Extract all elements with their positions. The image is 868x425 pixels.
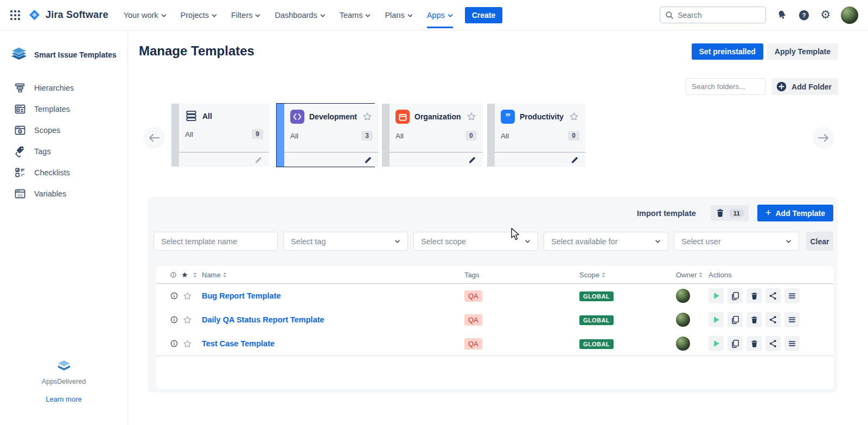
sidebar-item-scopes[interactable]: Scopes	[0, 119, 127, 141]
folder-count-badge: 9	[252, 129, 263, 139]
search-input[interactable]	[678, 11, 754, 20]
chevron-down-icon	[655, 239, 661, 244]
owner-avatar[interactable]	[676, 289, 690, 303]
app-switcher-icon[interactable]	[10, 10, 21, 21]
folder-card-productivity[interactable]: ” Productivity All 0	[487, 103, 585, 167]
nav-item-dashboards[interactable]: Dashboards	[275, 11, 325, 20]
template-name-link[interactable]: Bug Report Template	[202, 291, 464, 300]
bulk-trash-button[interactable]: 11	[711, 205, 749, 221]
sidebar-item-checklists[interactable]: Checklists	[0, 162, 127, 183]
jira-logo-icon[interactable]: Jira Software	[28, 9, 108, 21]
folder-card-organization[interactable]: Organization All 0	[381, 103, 480, 167]
info-icon[interactable]	[170, 339, 178, 348]
edit-pencil-icon[interactable]	[468, 155, 477, 164]
owner-avatar[interactable]	[676, 337, 690, 351]
share-template-button[interactable]	[765, 336, 781, 351]
template-name-filter-input[interactable]	[154, 232, 278, 251]
favorite-star-icon[interactable]	[466, 111, 477, 122]
nav-item-your-work[interactable]: Your work	[124, 11, 167, 20]
carousel-left-button[interactable]	[143, 127, 165, 149]
chevron-down-icon	[525, 239, 531, 244]
learn-more-link[interactable]: Learn more	[46, 395, 81, 403]
sidebar-item-variables[interactable]: (x) Variables	[0, 183, 127, 204]
nav-item-filters[interactable]: Filters	[231, 11, 260, 20]
column-header-name[interactable]: Name	[202, 271, 464, 279]
smart-issue-templates-logo-icon	[10, 47, 28, 63]
nav-item-apps[interactable]: Apps	[427, 11, 453, 20]
info-icon	[170, 271, 177, 278]
more-menu-button[interactable]	[784, 288, 800, 303]
import-template-link[interactable]: Import template	[637, 209, 696, 218]
sort-icon[interactable]	[193, 272, 197, 278]
delete-template-button[interactable]	[746, 336, 762, 351]
add-template-button[interactable]: + Add Template	[757, 205, 833, 221]
add-folder-button[interactable]: Add Folder	[771, 78, 838, 95]
info-icon[interactable]	[170, 315, 178, 324]
notifications-bell-icon[interactable]	[776, 9, 788, 21]
share-template-button[interactable]	[765, 288, 781, 303]
star-sort-icon[interactable]	[181, 271, 189, 279]
trash-icon	[750, 315, 759, 325]
favorite-star-icon[interactable]	[362, 111, 373, 122]
share-template-button[interactable]	[765, 312, 781, 327]
delete-template-button[interactable]	[746, 312, 762, 327]
scope-filter-select[interactable]: Select scope	[413, 232, 538, 251]
sidebar-item-hierarchies[interactable]: Hierarchies	[0, 77, 127, 98]
settings-gear-icon[interactable]: ⚙	[820, 9, 831, 21]
copy-template-button[interactable]	[727, 312, 743, 327]
table-row: Bug Report Template QA GLOBAL	[156, 284, 833, 308]
available-for-filter-select[interactable]: Select available for	[544, 232, 668, 251]
column-header-owner[interactable]: Owner	[676, 271, 709, 279]
favorite-star-icon[interactable]	[182, 339, 193, 349]
folder-strip	[487, 104, 495, 167]
user-avatar[interactable]	[841, 7, 858, 24]
user-filter-select[interactable]: Select user	[674, 232, 799, 251]
table-header: Name Tags Scope Owner Actions	[156, 266, 833, 284]
template-name-link[interactable]: Test Case Template	[202, 339, 464, 348]
folder-card-development[interactable]: Development All 3	[276, 103, 375, 167]
header-actions: Set preinstalled Apply Template	[692, 43, 838, 60]
nav-item-teams[interactable]: Teams	[340, 11, 371, 20]
create-button[interactable]: Create	[465, 7, 503, 23]
copy-template-button[interactable]	[727, 336, 743, 351]
sidebar-item-templates[interactable]: Templates	[0, 98, 127, 119]
edit-pencil-icon[interactable]	[571, 155, 580, 164]
filters-row: Select tag Select scope Select available…	[154, 232, 833, 251]
folder-card-all[interactable]: All All 9	[171, 103, 270, 167]
run-template-button[interactable]	[709, 336, 724, 351]
more-menu-button[interactable]	[784, 312, 800, 327]
edit-pencil-icon[interactable]	[254, 155, 264, 164]
search-folders-input[interactable]	[686, 78, 765, 95]
run-template-button[interactable]	[709, 312, 724, 327]
main-content: Manage Templates Set preinstalled Apply …	[128, 30, 868, 425]
run-template-button[interactable]	[709, 288, 724, 303]
column-header-scope[interactable]: Scope	[579, 271, 676, 279]
copy-template-button[interactable]	[727, 288, 743, 303]
info-icon[interactable]	[170, 291, 178, 300]
tag-filter-select[interactable]: Select tag	[283, 232, 408, 251]
delete-template-button[interactable]	[746, 288, 762, 303]
nav-item-plans[interactable]: Plans	[385, 11, 412, 20]
variable-icon: (x)	[14, 188, 26, 200]
folder-count-badge: 3	[361, 131, 373, 141]
templates-panel: Import template 11 + Add Template Select…	[148, 197, 838, 392]
template-name-link[interactable]: Daily QA Status Report Template	[202, 315, 464, 324]
sidebar: Smart Issue Templates Hierarchies Templa…	[0, 30, 128, 425]
owner-avatar[interactable]	[676, 313, 690, 327]
plus-icon: +	[765, 208, 771, 218]
set-preinstalled-button[interactable]: Set preinstalled	[692, 43, 763, 60]
global-search[interactable]	[660, 7, 766, 23]
favorite-star-icon[interactable]	[569, 111, 579, 122]
appsdelivered-label: AppsDelivered	[42, 378, 86, 385]
sidebar-item-tags[interactable]: Tags	[0, 141, 127, 162]
favorite-star-icon[interactable]	[182, 291, 193, 301]
nav-item-projects[interactable]: Projects	[181, 11, 217, 20]
edit-pencil-icon[interactable]	[364, 155, 373, 164]
folder-strip	[382, 104, 390, 167]
favorite-star-icon[interactable]	[182, 315, 193, 325]
carousel-right-button[interactable]	[813, 127, 834, 149]
clear-filters-button[interactable]: Clear	[806, 232, 833, 251]
apply-template-button[interactable]: Apply Template	[767, 43, 838, 60]
more-menu-button[interactable]	[784, 336, 800, 351]
help-icon[interactable]: ?	[798, 9, 810, 21]
